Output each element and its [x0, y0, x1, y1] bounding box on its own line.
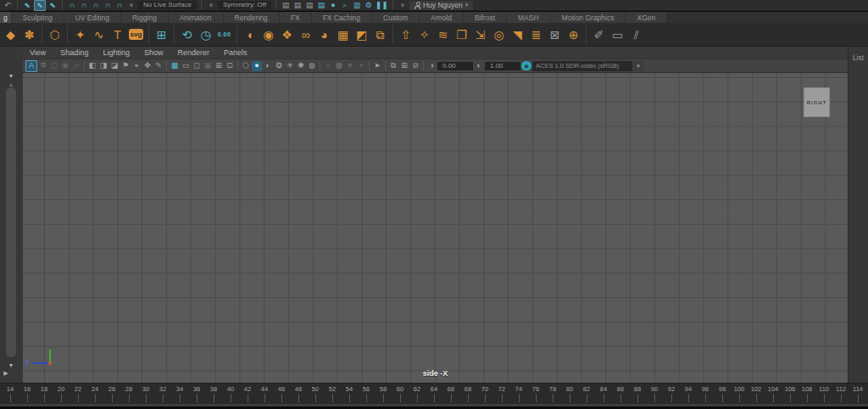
orientation-gizmo-icon[interactable]: ⟲: [178, 25, 196, 44]
colorspace-icon[interactable]: ◉: [521, 61, 531, 70]
edit-edge-flow-icon[interactable]: ▭: [609, 25, 626, 44]
frame-30[interactable]: 30: [140, 385, 152, 402]
frame-76[interactable]: 76: [530, 385, 542, 402]
live-surface-field[interactable]: No Live Surface: [138, 1, 197, 9]
panel-menu-shading[interactable]: Shading: [60, 48, 88, 57]
frame-24[interactable]: 24: [89, 385, 101, 402]
camera-attributes-icon[interactable]: ▢: [49, 61, 59, 71]
gate-mask-icon[interactable]: ▣: [203, 61, 213, 71]
frame-112[interactable]: 112: [835, 385, 847, 402]
frame-46[interactable]: 46: [275, 385, 287, 402]
cube-primitive-icon[interactable]: ❒: [453, 25, 470, 44]
shelf-tab-rigging[interactable]: Rigging: [121, 12, 168, 23]
annotate-pencil-icon[interactable]: ✎: [153, 61, 164, 71]
chevron-down-icon[interactable]: ▾: [206, 1, 216, 10]
gamma-icon[interactable]: ◐: [474, 61, 484, 71]
grid-toggle-icon[interactable]: ▦: [170, 61, 180, 71]
frame-66[interactable]: 66: [445, 385, 457, 402]
frame-42[interactable]: 42: [242, 385, 253, 402]
undo-arrow-icon[interactable]: ↶: [3, 1, 13, 10]
separate-icon[interactable]: ∞: [297, 25, 314, 44]
grease-pencil-frame-icon[interactable]: ⌑: [38, 61, 48, 71]
sweep-mesh-icon[interactable]: ⊞: [153, 25, 170, 44]
shelf-tab-animation[interactable]: Animation: [169, 12, 223, 23]
frame-60[interactable]: 60: [394, 385, 406, 402]
polyhedron-icon[interactable]: ◆: [2, 25, 19, 44]
light-editor-icon[interactable]: ▥: [352, 1, 362, 10]
frame-72[interactable]: 72: [496, 385, 508, 402]
frame-104[interactable]: 104: [767, 385, 779, 402]
frame-82[interactable]: 82: [581, 385, 593, 402]
duplicate-faces-icon[interactable]: ⧉: [371, 25, 389, 44]
transfer-attributes-icon[interactable]: ⇲: [471, 25, 489, 44]
image-plane-right[interactable]: RIGHT: [804, 87, 830, 117]
panel-menu-renderer[interactable]: Renderer: [177, 48, 209, 57]
shaded-mode-icon[interactable]: ●: [252, 61, 262, 71]
frame-48[interactable]: 48: [292, 385, 304, 402]
resolution-gate-icon[interactable]: ◻: [192, 61, 202, 71]
render-settings-icon[interactable]: ▤: [316, 1, 326, 10]
isolate-select-icon[interactable]: ➤: [372, 61, 382, 71]
reduce-mesh-icon[interactable]: ▦: [334, 25, 352, 44]
frame-20[interactable]: 20: [55, 385, 67, 402]
frame-62[interactable]: 62: [411, 385, 423, 402]
occlusion-circle-icon[interactable]: ○: [345, 61, 355, 71]
combine-icon[interactable]: ❖: [278, 25, 296, 44]
render-view-icon[interactable]: ▤: [281, 1, 291, 10]
shelf-tab-arnold[interactable]: Arnold: [420, 12, 463, 23]
panel-menu-lighting[interactable]: Lighting: [103, 48, 130, 57]
scroll-right-icon[interactable]: ▶: [0, 370, 12, 377]
axis-locator-icon[interactable]: ⌖: [131, 61, 142, 71]
render-setup-magnifier-icon[interactable]: ⌕: [340, 1, 350, 10]
shelf-tab-xgen[interactable]: XGen: [626, 12, 666, 23]
snap-to-grid-icon[interactable]: ∩: [67, 1, 77, 10]
frame-96[interactable]: 96: [699, 385, 711, 402]
frame-50[interactable]: 50: [309, 385, 321, 402]
panel-menu-panels[interactable]: Panels: [224, 48, 248, 57]
frame-38[interactable]: 38: [208, 385, 220, 402]
frame-68[interactable]: 68: [462, 385, 474, 402]
offset-edge-loop-icon[interactable]: ⫽: [627, 25, 645, 44]
frame-18[interactable]: 18: [38, 385, 50, 402]
frame-26[interactable]: 26: [106, 385, 118, 402]
panel-menu-view[interactable]: View: [30, 48, 46, 57]
stacked-planes-icon[interactable]: ≣: [527, 25, 545, 44]
select-mask-object-icon[interactable]: ⬉: [34, 0, 46, 11]
shelf-tab-bifrost[interactable]: Bifrost: [464, 12, 506, 23]
frame-36[interactable]: 36: [191, 385, 203, 402]
xray-icon[interactable]: ◌: [323, 61, 333, 71]
snap-to-curve-icon[interactable]: ∩: [79, 1, 89, 10]
pan-zoom-icon[interactable]: ✥: [142, 61, 153, 71]
frame-14[interactable]: 14: [4, 385, 16, 402]
select-mask-component-icon[interactable]: ⬉: [47, 1, 58, 10]
right-panel-list-menu[interactable]: List: [849, 53, 868, 62]
extrude-icon[interactable]: ⇧: [397, 25, 415, 44]
bookmark-flag-icon[interactable]: ⚑: [120, 61, 131, 71]
scroll-down-icon[interactable]: ▼: [5, 361, 17, 368]
frame-56[interactable]: 56: [360, 385, 372, 402]
toon-outline-icon[interactable]: ⚙: [364, 1, 374, 10]
snap-to-projected-center-icon[interactable]: ∩: [103, 1, 113, 10]
flip-triangle-icon[interactable]: ◥: [509, 25, 526, 44]
center-pivot-clock-icon[interactable]: ◷: [197, 25, 214, 44]
frame-98[interactable]: 98: [716, 385, 728, 402]
select-camera-icon[interactable]: A: [25, 60, 37, 72]
bridge-icon[interactable]: ≋: [434, 25, 452, 44]
screen-slash-icon[interactable]: ⊘: [410, 61, 420, 71]
frame-22[interactable]: 22: [72, 385, 84, 402]
multi-cut-icon[interactable]: ✐: [590, 25, 608, 44]
frame-32[interactable]: 32: [157, 385, 169, 402]
frame-28[interactable]: 28: [123, 385, 135, 402]
shelf-tab-active-partial[interactable]: g: [0, 12, 11, 23]
frame-108[interactable]: 108: [801, 385, 813, 402]
xray-joints-icon[interactable]: ◎: [334, 61, 344, 71]
frame-78[interactable]: 78: [547, 385, 559, 402]
frame-102[interactable]: 102: [750, 385, 762, 402]
snapshot-icon[interactable]: ⧉: [388, 61, 398, 71]
scrollbar-thumb[interactable]: [6, 87, 16, 357]
shelf-tab-fx-caching[interactable]: FX Caching: [312, 12, 371, 23]
frame-52[interactable]: 52: [326, 385, 338, 402]
add-camera-icon[interactable]: ◨: [98, 61, 108, 71]
look-through-camera-icon[interactable]: ◧: [87, 61, 97, 71]
snap-to-point-icon[interactable]: ∩: [91, 1, 101, 10]
